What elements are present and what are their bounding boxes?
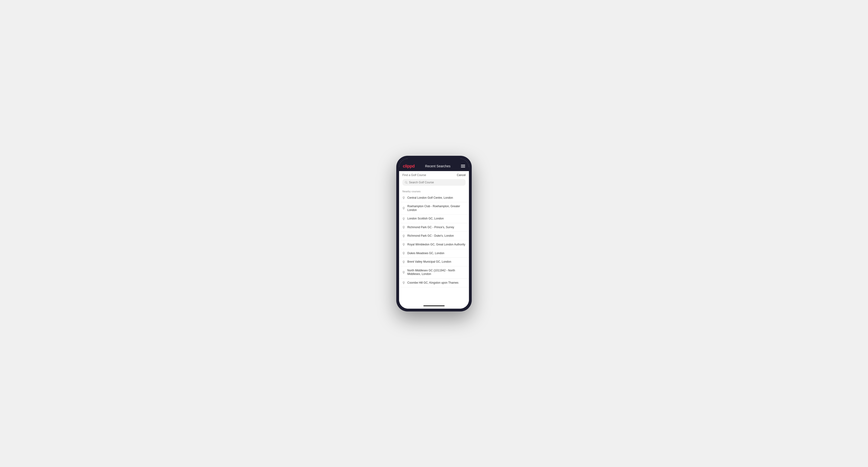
course-name-3: Richmond Park GC - Prince's, Surrey [407,226,454,229]
course-item-0[interactable]: Central London Golf Centre, London [399,194,469,203]
location-pin-icon [402,226,405,229]
location-pin-icon [402,235,405,238]
course-name-5: Royal Wimbledon GC, Great London Authori… [407,243,465,247]
location-pin-icon [402,281,405,284]
course-item-4[interactable]: Richmond Park GC - Duke's, London [399,232,469,241]
app-logo: clippd [403,164,415,169]
status-bar [399,159,469,162]
search-input[interactable] [409,181,463,184]
menu-icon[interactable] [461,165,465,167]
app-header: clippd Recent Searches [399,162,469,171]
course-name-2: London Scottish GC, London [407,217,444,221]
course-item-7[interactable]: Brent Valley Municipal GC, London [399,258,469,267]
location-pin-icon [402,260,405,263]
search-box [402,179,466,186]
location-pin-icon [402,196,405,199]
svg-line-1 [407,183,407,184]
home-bar [423,305,445,306]
course-item-6[interactable]: Dukes Meadows GC, London [399,249,469,258]
header-title: Recent Searches [425,164,450,168]
find-header: Find a Golf Course Cancel [399,171,469,178]
search-area: Find a Golf Course Cancel [399,171,469,188]
course-name-0: Central London Golf Centre, London [407,196,453,200]
home-indicator [399,304,469,309]
phone-screen: clippd Recent Searches Find a Golf Cours… [399,159,469,309]
phone-device: clippd Recent Searches Find a Golf Cours… [396,156,472,311]
course-item-3[interactable]: Richmond Park GC - Prince's, Surrey [399,223,469,232]
location-pin-icon [402,217,405,220]
course-item-8[interactable]: North Middlesex GC (1011942 - North Midd… [399,267,469,279]
course-item-5[interactable]: Royal Wimbledon GC, Great London Authori… [399,241,469,249]
course-name-7: Brent Valley Municipal GC, London [407,260,451,264]
search-icon [405,181,408,184]
location-pin-icon [402,271,405,274]
course-item-9[interactable]: Coombe Hill GC, Kingston upon Thames [399,279,469,287]
course-name-9: Coombe Hill GC, Kingston upon Thames [407,281,459,285]
course-item-1[interactable]: Roehampton Club - Roehampton, Greater Lo… [399,202,469,215]
course-item-2[interactable]: London Scottish GC, London [399,215,469,223]
courses-list: Nearby courses Central London Golf Centr… [399,188,469,304]
course-name-6: Dukes Meadows GC, London [407,252,444,255]
location-pin-icon [402,252,405,255]
course-name-1: Roehampton Club - Roehampton, Greater Lo… [407,205,466,212]
location-pin-icon [402,243,405,246]
nearby-section-header: Nearby courses [399,188,469,194]
location-pin-icon [402,207,405,210]
course-name-8: North Middlesex GC (1011942 - North Midd… [407,269,466,276]
find-label: Find a Golf Course [402,174,426,177]
cancel-button[interactable]: Cancel [457,174,466,177]
course-name-4: Richmond Park GC - Duke's, London [407,234,454,238]
